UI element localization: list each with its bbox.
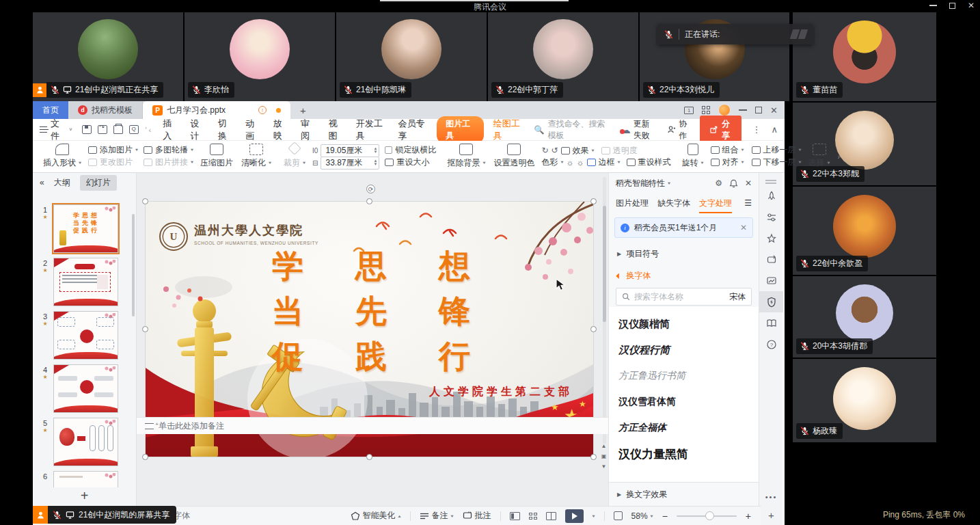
crop-button[interactable]: 裁剪▾ <box>282 142 307 170</box>
maximize-button[interactable] <box>949 3 955 9</box>
command-search[interactable]: 🔍查找命令、搜索模板 <box>534 118 612 142</box>
menu-membership[interactable]: 会员专享 <box>398 118 427 142</box>
brightness-up-icon[interactable]: ☼ <box>567 158 574 167</box>
collapse-panel-button[interactable]: « <box>40 178 44 187</box>
close-panel-button[interactable]: ✕ <box>745 178 752 188</box>
color-button[interactable]: 色彩 <box>541 157 558 168</box>
remove-background-button[interactable]: 抠除背景▾ <box>446 142 487 170</box>
smart-features-icon[interactable] <box>759 291 783 312</box>
next-slide-button[interactable]: ▼ <box>601 463 607 470</box>
window-grid-icon[interactable] <box>702 106 710 114</box>
bring-forward-button[interactable]: 上移一层 <box>763 144 796 156</box>
rotate-button[interactable]: 旋转▾ <box>681 142 705 170</box>
group-button[interactable]: 组合 <box>722 144 739 156</box>
save-button[interactable] <box>82 125 92 134</box>
selection-handle[interactable] <box>590 454 597 460</box>
picture-stitch-button[interactable]: 图片拼接▾ <box>144 157 193 169</box>
slide-thumbnail-2[interactable]: 2★ <box>40 258 118 306</box>
font-option[interactable]: 方正鲁迅行书简 <box>609 363 759 389</box>
tab-document[interactable]: P 七月学习会.pptx ! <box>143 101 290 119</box>
ribbon-overflow-button[interactable]: › <box>836 142 842 170</box>
magic-star-icon[interactable] <box>759 228 783 249</box>
effect-button[interactable]: 效果 <box>573 145 589 157</box>
comment-button[interactable]: 批注 <box>463 510 491 522</box>
more-tools-button[interactable]: ••• <box>765 493 778 501</box>
menu-animation[interactable]: 动画 <box>245 118 260 142</box>
reset-size-button[interactable]: 重设大小 <box>385 157 436 169</box>
menu-review[interactable]: 审阅 <box>301 118 315 142</box>
font-option[interactable]: 汉仪雪君体简 <box>609 389 759 415</box>
notification-bell-icon[interactable] <box>729 179 738 188</box>
slide-thumbnail-4[interactable]: 4★ <box>40 364 118 413</box>
compress-picture-button[interactable]: 压缩图片 <box>199 142 234 170</box>
font-option[interactable]: 汉仪力量黑简 <box>609 441 759 467</box>
font-option[interactable]: 汉仪颜楷简 <box>609 311 759 337</box>
help-icon[interactable]: ? <box>759 334 783 355</box>
play-options-caret[interactable]: ▾ <box>593 513 595 518</box>
slide-thumbnail-5[interactable]: 5★ <box>40 418 118 466</box>
video-tile[interactable]: 22创中郭丁萍 <box>488 12 638 101</box>
font-option[interactable]: 汉仪程行简 <box>609 337 759 363</box>
tab-home[interactable]: 首页 <box>33 101 68 119</box>
account-avatar[interactable] <box>718 104 731 116</box>
selection-handle[interactable] <box>142 198 148 204</box>
multi-carousel-button[interactable]: 多图轮播▾ <box>144 144 193 157</box>
video-tile[interactable]: 杨政臻 <box>793 359 936 442</box>
notes-button[interactable]: 备注▾ <box>420 510 454 522</box>
smart-beautify-button[interactable]: 智能美化▴ <box>351 510 401 522</box>
minimize-button[interactable] <box>929 5 937 6</box>
insert-shape-button[interactable]: 插入形状▾ <box>42 142 83 170</box>
wps-minimize-button[interactable] <box>739 109 747 111</box>
thumbnails-scrollbar[interactable] <box>132 214 135 317</box>
member-promo-banner[interactable]: i 稻壳会员买1年送1个月 ✕ <box>614 217 753 238</box>
send-backward-button[interactable]: 下移一层 <box>763 157 796 168</box>
wps-close-button[interactable]: ✕ <box>770 105 778 116</box>
image-edit-icon[interactable] <box>759 270 783 291</box>
zoom-level[interactable]: 58%▾ <box>631 511 653 521</box>
add-tool-button[interactable]: + <box>768 509 774 521</box>
text-effect-section-toggle[interactable]: ▶ 换文字效果 <box>609 482 759 506</box>
dismiss-banner-button[interactable]: ✕ <box>740 223 747 232</box>
reset-style-button[interactable]: 重设样式 <box>638 157 671 168</box>
align-button[interactable]: 对齐 <box>722 157 739 168</box>
menu-view[interactable]: 视图 <box>328 118 342 142</box>
tab-picture-tools[interactable]: 图片工具 <box>437 116 483 144</box>
more-menu-button[interactable]: ⋮ <box>752 124 761 135</box>
tab-picture-processing[interactable]: 图片处理 <box>616 198 649 209</box>
select-button[interactable]: 选择▾ <box>807 142 832 170</box>
screen-share-banner[interactable]: 21创中赵润凯的屏幕共享 <box>33 506 176 524</box>
canvas-scrollbar[interactable] <box>601 177 607 444</box>
tab-text-processing[interactable]: 文字处理 <box>699 198 732 213</box>
zoom-slider[interactable] <box>677 515 737 517</box>
font-search-input[interactable] <box>634 292 725 301</box>
change-font-section-toggle[interactable]: ◣ 换字体 <box>609 265 759 286</box>
slide-thumbnail-1[interactable]: 1★ 学思想当先锋促践行 <box>40 204 118 253</box>
height-input[interactable]: 19.05厘米▲▼ <box>321 144 379 157</box>
slide-sorter-view-button[interactable] <box>529 513 537 520</box>
change-picture-button[interactable]: 更改图片 <box>88 157 138 169</box>
font-option[interactable]: 方正全福体 <box>609 415 759 441</box>
slide-nav-icon[interactable]: ▣ <box>601 453 607 459</box>
menu-design[interactable]: 设计 <box>191 118 205 142</box>
zoom-in-button[interactable]: + <box>746 511 751 522</box>
selection-handle[interactable] <box>590 326 597 332</box>
file-menu[interactable]: 文件∨ <box>40 118 72 142</box>
slide-thumbnail-3[interactable]: 3★ <box>40 311 118 360</box>
tab-drawing-tools[interactable]: 绘图工具 <box>493 118 525 142</box>
menu-transition[interactable]: 切换 <box>218 118 232 142</box>
fit-slide-button[interactable] <box>614 511 623 520</box>
settings-gear-icon[interactable]: ⚙ <box>715 178 722 188</box>
single-window-icon[interactable]: 1 <box>684 107 694 114</box>
video-tile[interactable]: 21创中陈凯琳 <box>336 12 487 101</box>
clarify-button[interactable]: 清晰化▾ <box>240 142 273 170</box>
wps-restore-button[interactable] <box>755 107 762 113</box>
undo-redo-buttons[interactable]: '‹ <box>145 126 153 134</box>
selection-handle[interactable] <box>142 326 148 332</box>
lock-ratio-checkbox[interactable]: 锁定纵横比 <box>385 144 436 157</box>
close-button[interactable]: ✕ <box>968 1 975 10</box>
reference-book-icon[interactable] <box>759 312 783 334</box>
output-button[interactable] <box>98 125 107 134</box>
rotate-cw-icon[interactable]: ↻ <box>541 146 548 155</box>
video-tile[interactable]: 22创中余歆盈 <box>793 187 936 275</box>
selection-handle[interactable] <box>142 454 148 460</box>
